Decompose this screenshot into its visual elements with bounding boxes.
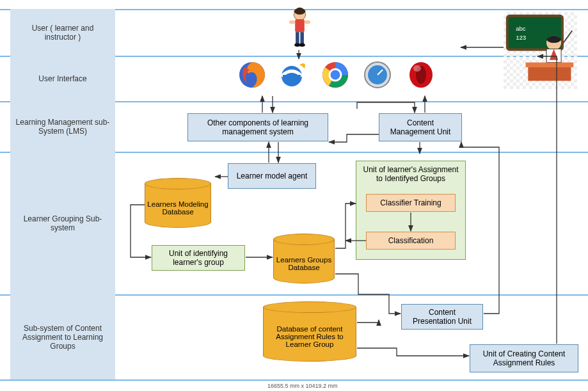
box-content-presentation-unit: Content Presentation Unit <box>401 304 483 330</box>
cylinder-learners-modeling-db: Learners Modeling Database <box>145 178 211 228</box>
svg-point-20 <box>330 69 341 81</box>
row-label-ui: User Interface <box>10 56 115 101</box>
row-label-content-assign: Sub-system of Content Assignment to Lear… <box>10 294 115 379</box>
teacher-instructor-icon: abc123 <box>504 12 577 89</box>
safari-browser-icon <box>362 60 393 90</box>
box-classification: Classification <box>366 232 456 250</box>
row-label-lms: Learning Management sub-System (LMS) <box>10 101 115 152</box>
svg-rect-5 <box>300 32 303 44</box>
row-label-user: User ( learner and instructor ) <box>10 9 115 56</box>
svg-point-7 <box>299 44 305 47</box>
svg-rect-2 <box>289 20 295 24</box>
svg-rect-3 <box>305 20 310 24</box>
page-dimension-label: 16655.5 mm x 10419.2 mm <box>267 383 338 389</box>
box-cmu: Content Management Unit <box>379 113 462 141</box>
chrome-browser-icon <box>320 60 351 90</box>
box-unit-creating-content-rules: Unit of Creating Content Assignment Rule… <box>470 344 578 372</box>
cylinder-learners-groups-db: Learners Groups Database <box>273 234 335 283</box>
box-unit-identifying-group: Unit of identifying learner's group <box>152 245 245 271</box>
svg-rect-4 <box>296 32 299 44</box>
firefox-browser-icon <box>237 60 267 90</box>
svg-rect-14 <box>528 66 571 81</box>
svg-rect-1 <box>295 19 305 32</box>
internet-explorer-browser-icon <box>276 60 307 90</box>
opera-browser-icon <box>406 60 436 90</box>
svg-rect-15 <box>526 63 574 68</box>
cylinder-content-assignment-rules-db: Database of content Assignment Rules to … <box>263 301 356 362</box>
learner-child-icon <box>282 5 317 53</box>
box-learner-model-agent: Learner model agent <box>228 163 316 189</box>
svg-rect-18 <box>283 75 301 78</box>
box-classifier-training: Classifier Training <box>366 194 456 212</box>
svg-text:123: 123 <box>516 34 526 41</box>
row-label-grouping: Learner Grouping Sub-system <box>10 152 115 294</box>
divider-6 <box>0 379 588 381</box>
svg-text:abc: abc <box>516 25 526 32</box>
box-other-lms: Other components of learning management … <box>187 113 328 141</box>
svg-point-25 <box>413 65 421 72</box>
